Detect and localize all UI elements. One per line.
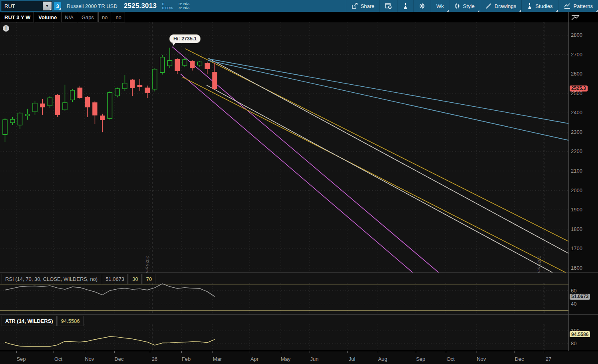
high-annotation-text: Hi: 2735.1 [173,36,197,42]
bid-ask-stack: B: N/A A: N/A [179,2,189,10]
share-button[interactable]: Share [346,0,380,12]
candle-down [145,88,149,93]
price-axis-label: 1900 [571,207,582,213]
chart-title-chip[interactable]: RUT 3 Y W [1,12,34,22]
x-axis-tick [150,351,150,353]
trendline-yellow[interactable] [185,49,568,241]
candle-down [85,97,89,107]
x-axis-label: Jul [349,356,356,362]
x-axis-label: Sep [16,356,26,362]
candle-down [78,88,82,98]
trendline-yellow[interactable] [182,77,566,273]
candle-up [25,114,30,116]
atr-panel[interactable]: ATR (14, WILDERS) 94.5586 [0,315,568,350]
x-axis-tick [54,351,54,353]
studies-button[interactable]: Studies [521,0,558,12]
candle-up [198,62,202,65]
gaps-label-chip[interactable]: Gaps [78,12,97,22]
rsi-high-level-chip[interactable]: 70 [143,274,155,284]
atr-line [5,336,215,346]
candle-down [40,104,45,107]
candle-down [175,59,179,71]
rsi-axis[interactable]: 51.0673 6040 [569,273,598,314]
interval-label: Wk [436,3,444,9]
patterns-label: Patterns [574,3,593,9]
trendline-gray[interactable] [209,58,568,253]
trading-platform-window: { "toolbar": { "symbol": "RUT", "symbol_… [0,0,598,364]
link-channel-badge[interactable]: 3 [54,2,61,10]
patterns-button[interactable]: Patterns [558,0,598,12]
rsi-axis-label: 40 [571,301,576,307]
interval-button[interactable]: Wk [431,0,449,12]
rsi-low-level-chip[interactable]: 30 [129,274,141,284]
price-axis-label: 2200 [571,148,582,154]
rsi-study-chip[interactable]: RSI (14, 70, 30, CLOSE, WILDERS, no) [2,274,101,284]
calendar-clock-icon [385,3,392,9]
candle-down [190,61,195,68]
atr-axis[interactable]: 94.5586 10080 [569,315,598,350]
x-axis-tick [181,351,182,353]
x-axis-tick [16,351,17,353]
rsi-panel[interactable]: RSI (14, 70, 30, CLOSE, WILDERS, no) 51.… [0,273,568,314]
share-label: Share [361,3,375,9]
price-axis-label: 2100 [571,168,582,174]
calendar-events-button[interactable] [379,0,397,12]
x-axis-label: Dec [114,356,123,362]
x-axis-label: Nov [85,356,94,362]
symbol-input[interactable]: RUT ▼ [1,1,52,11]
x-axis-label: Oct [54,356,62,362]
year-label: 2025 year [145,256,150,273]
x-axis-tick [250,351,250,353]
symbol-dropdown-button[interactable]: ▼ [43,2,52,10]
candle-up [183,60,187,65]
drawings-button[interactable]: Drawings [480,0,521,12]
atr-plot[interactable] [0,324,568,350]
settings-button[interactable] [413,0,431,12]
candle-up [63,103,67,110]
x-axis-tick [515,351,515,353]
price-axis[interactable]: 2525.3 280027002600250024002300220021002… [569,22,598,273]
price-axis-label: 2800 [571,32,582,38]
dropdown-corner-icon [478,10,479,12]
x-axis-label: May [281,356,291,362]
candlestick-chart[interactable]: 2025 year2026 year [0,22,568,273]
x-axis-tick [477,351,477,353]
rsi-plot[interactable] [0,283,568,314]
price-axis-label: 2300 [571,129,582,135]
style-button[interactable]: Style [449,0,480,12]
dropdown-corner-icon [59,8,61,10]
candle-up [70,90,75,100]
dropdown-corner-icon [556,10,558,12]
x-axis-label: Nov [477,356,486,362]
alert-icon[interactable]: ! [3,25,9,32]
candle-up [48,98,52,106]
candle-up [33,103,37,112]
atr-study-chip[interactable]: ATR (14, WILDERS) [2,316,57,326]
analysis-tools-button[interactable] [397,0,413,12]
patterns-icon [564,3,571,9]
last-price-axis-badge: 2525.3 [570,86,588,91]
dropdown-corner-icon [596,10,598,12]
main-chart-panel[interactable]: 2025 year2026 year Hi: 2735.1 ! [0,22,568,273]
atr-axis-label: 80 [571,340,576,346]
candle-up [123,83,127,89]
x-axis-tick [213,351,213,353]
high-annotation-bubble[interactable]: Hi: 2735.1 [169,34,201,43]
candle-down [213,72,217,89]
x-axis-tick [544,351,544,353]
x-axis-label: Oct [447,356,455,362]
price-axis-settings-icon[interactable] [570,14,581,22]
flask-icon [403,3,408,9]
volume-label-chip[interactable]: Volume [35,12,60,22]
candle-up [10,119,15,123]
rsi-line [5,284,215,296]
trendline-magenta[interactable] [181,74,413,273]
trendline-icon [485,3,492,9]
candle-up [160,57,165,73]
candle-up [153,69,157,89]
price-axis-label: 1800 [571,226,582,232]
x-axis-tick [114,351,115,353]
trendline-magenta[interactable] [172,47,439,273]
gear-icon [419,3,425,9]
time-axis[interactable]: SepOctNovDec26FebMarAprMayJunJulAugSepOc… [0,351,598,364]
